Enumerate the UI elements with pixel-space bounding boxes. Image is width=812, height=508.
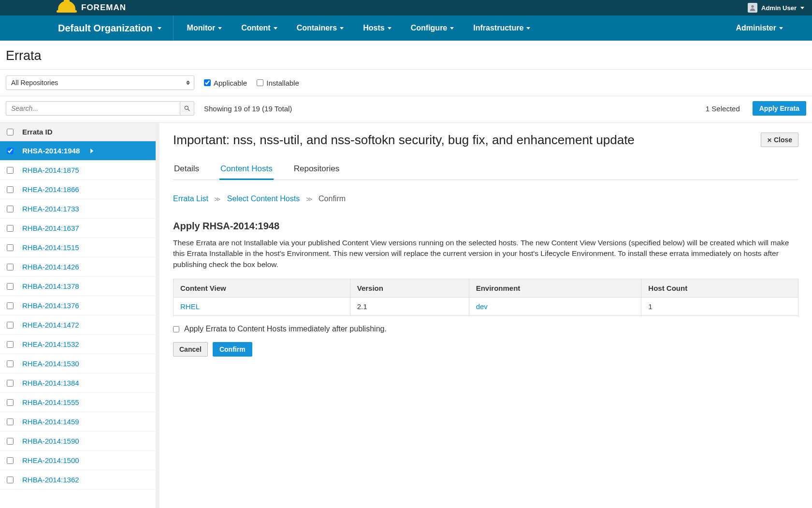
errata-item[interactable]: RHEA-2014:1500 bbox=[0, 451, 156, 470]
table-row: RHEL 2.1 dev 1 bbox=[174, 298, 798, 316]
cell-environment[interactable]: dev bbox=[476, 302, 488, 311]
errata-checkbox[interactable] bbox=[7, 418, 14, 425]
detail-tabs: Details Content Hosts Repositories bbox=[173, 158, 798, 180]
search-button[interactable] bbox=[180, 101, 194, 116]
content-view-table: Content View Version Environment Host Co… bbox=[173, 279, 798, 316]
errata-checkbox[interactable] bbox=[7, 225, 14, 232]
nav-label: Containers bbox=[297, 24, 337, 32]
errata-id-header: Errata ID bbox=[22, 128, 53, 136]
close-button[interactable]: ✕Close bbox=[761, 133, 798, 147]
org-name: Default Organization bbox=[58, 23, 153, 34]
col-environment: Environment bbox=[469, 279, 641, 298]
errata-checkbox[interactable] bbox=[7, 264, 14, 270]
errata-checkbox[interactable] bbox=[7, 341, 14, 348]
caret-down-icon bbox=[526, 27, 530, 30]
errata-item[interactable]: RHBA-2014:1637 bbox=[0, 219, 156, 238]
errata-id: RHBA-2014:1362 bbox=[22, 476, 79, 484]
tab-content-hosts[interactable]: Content Hosts bbox=[219, 158, 274, 179]
cancel-button[interactable]: Cancel bbox=[173, 342, 208, 357]
cell-content-view[interactable]: RHEL bbox=[180, 302, 200, 311]
errata-item[interactable]: RHBA-2014:1384 bbox=[0, 374, 156, 393]
nav-label: Configure bbox=[411, 24, 448, 32]
nav-infrastructure[interactable]: Infrastructure bbox=[464, 15, 540, 41]
repository-select[interactable]: All Repositories bbox=[6, 75, 194, 90]
errata-checkbox[interactable] bbox=[7, 186, 14, 193]
errata-item[interactable]: RHBA-2014:1875 bbox=[0, 161, 156, 180]
caret-down-icon bbox=[158, 27, 161, 30]
close-label: Close bbox=[774, 136, 792, 144]
apply-immediate-label: Apply Errata to Content Hosts immediatel… bbox=[184, 325, 387, 333]
confirm-button[interactable]: Confirm bbox=[213, 342, 252, 357]
errata-checkbox[interactable] bbox=[7, 302, 14, 309]
applicable-checkbox[interactable]: Applicable bbox=[204, 79, 247, 87]
errata-item[interactable]: RHBA-2014:1362 bbox=[0, 470, 156, 490]
apply-immediate-checkbox[interactable]: Apply Errata to Content Hosts immediatel… bbox=[173, 325, 798, 333]
breadcrumb: Errata List ≫ Select Content Hosts ≫ Con… bbox=[173, 194, 798, 203]
body-split: Errata ID RHSA-2014:1948RHBA-2014:1875RH… bbox=[0, 123, 812, 508]
nav-label: Infrastructure bbox=[473, 24, 523, 32]
errata-id: RHBA-2014:1384 bbox=[22, 379, 79, 387]
errata-item[interactable]: RHEA-2014:1733 bbox=[0, 199, 156, 219]
errata-item[interactable]: RHEA-2014:1472 bbox=[0, 315, 156, 335]
errata-checkbox[interactable] bbox=[7, 206, 14, 212]
errata-checkbox[interactable] bbox=[7, 148, 14, 154]
errata-item[interactable]: RHBA-2014:1515 bbox=[0, 238, 156, 257]
nav-administer[interactable]: Administer bbox=[726, 15, 812, 41]
errata-checkbox[interactable] bbox=[7, 322, 14, 329]
errata-checkbox[interactable] bbox=[7, 477, 14, 483]
tab-details[interactable]: Details bbox=[173, 158, 200, 179]
errata-id: RHBA-2014:1637 bbox=[22, 224, 79, 232]
errata-checkbox[interactable] bbox=[7, 167, 14, 174]
logo[interactable]: FOREMAN bbox=[58, 1, 126, 15]
apply-explanation: These Errata are not Installable via you… bbox=[173, 238, 798, 270]
main-nav: Default Organization Monitor Content Con… bbox=[0, 15, 812, 41]
errata-item[interactable]: RHEA-2014:1532 bbox=[0, 335, 156, 354]
cell-host-count: 1 bbox=[641, 298, 798, 316]
apply-immediate-input[interactable] bbox=[173, 326, 179, 332]
crumb-errata-list[interactable]: Errata List bbox=[173, 194, 208, 203]
select-all-checkbox[interactable] bbox=[7, 129, 14, 135]
errata-list: RHSA-2014:1948RHBA-2014:1875RHEA-2014:18… bbox=[0, 141, 156, 490]
secondary-row: Showing 19 of 19 (19 Total) 1 Selected A… bbox=[0, 96, 812, 123]
nav-label: Hosts bbox=[363, 24, 384, 32]
action-buttons: Cancel Confirm bbox=[173, 342, 798, 357]
errata-checkbox[interactable] bbox=[7, 283, 14, 290]
errata-item[interactable]: RHSA-2014:1948 bbox=[0, 141, 156, 161]
errata-checkbox[interactable] bbox=[7, 360, 14, 367]
crumb-select-hosts[interactable]: Select Content Hosts bbox=[227, 194, 300, 203]
nav-content[interactable]: Content bbox=[232, 15, 287, 41]
nav-containers[interactable]: Containers bbox=[287, 15, 354, 41]
errata-item[interactable]: RHEA-2014:1866 bbox=[0, 180, 156, 199]
nav-hosts[interactable]: Hosts bbox=[353, 15, 401, 41]
org-switcher[interactable]: Default Organization bbox=[58, 15, 174, 41]
applicable-input[interactable] bbox=[204, 79, 211, 86]
errata-id: RHEA-2014:1866 bbox=[22, 185, 79, 194]
errata-checkbox[interactable] bbox=[7, 380, 14, 387]
nav-items: Monitor Content Containers Hosts Configu… bbox=[177, 15, 540, 41]
apply-errata-button[interactable]: Apply Errata bbox=[753, 101, 806, 116]
page-title: Errata bbox=[6, 48, 806, 63]
errata-checkbox[interactable] bbox=[7, 438, 14, 445]
installable-checkbox[interactable]: Installable bbox=[257, 79, 299, 87]
errata-sidebar: Errata ID RHSA-2014:1948RHBA-2014:1875RH… bbox=[0, 123, 160, 508]
errata-id: RHEA-2014:1532 bbox=[22, 340, 79, 348]
errata-checkbox[interactable] bbox=[7, 244, 14, 251]
user-menu[interactable]: Admin User bbox=[748, 3, 804, 13]
installable-input[interactable] bbox=[257, 79, 263, 86]
errata-item[interactable]: RHEA-2014:1530 bbox=[0, 354, 156, 374]
errata-id: RHBA-2014:1459 bbox=[22, 418, 79, 426]
installable-label: Installable bbox=[266, 79, 299, 87]
search-input[interactable] bbox=[6, 101, 180, 116]
errata-checkbox[interactable] bbox=[7, 457, 14, 464]
nav-configure[interactable]: Configure bbox=[401, 15, 464, 41]
errata-item[interactable]: RHBA-2014:1378 bbox=[0, 277, 156, 296]
errata-item[interactable]: RHBA-2014:1590 bbox=[0, 432, 156, 451]
errata-item[interactable]: RHBA-2014:1376 bbox=[0, 296, 156, 315]
errata-checkbox[interactable] bbox=[7, 399, 14, 406]
tab-repositories[interactable]: Repositories bbox=[293, 158, 341, 179]
errata-item[interactable]: RHBA-2014:1555 bbox=[0, 393, 156, 412]
nav-monitor[interactable]: Monitor bbox=[177, 15, 232, 41]
caret-down-icon bbox=[800, 7, 804, 9]
errata-item[interactable]: RHBA-2014:1459 bbox=[0, 412, 156, 432]
errata-item[interactable]: RHBA-2014:1426 bbox=[0, 257, 156, 277]
